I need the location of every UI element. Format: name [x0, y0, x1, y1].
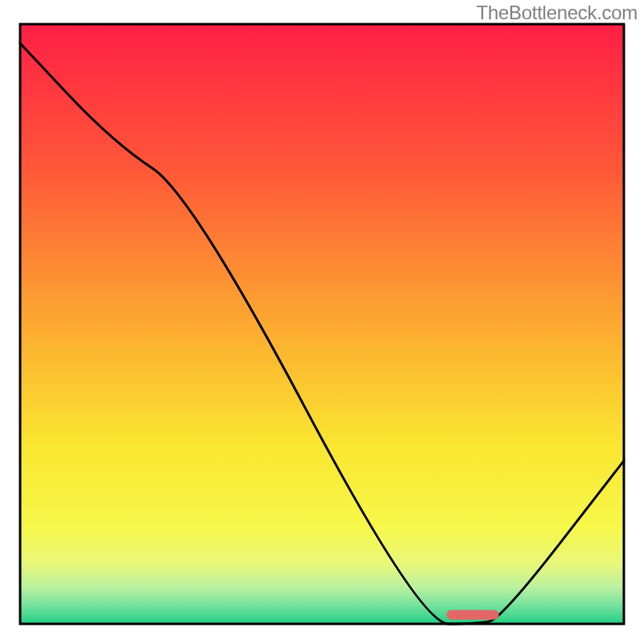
x-marker [447, 610, 499, 620]
chart-container: TheBottleneck.com [0, 0, 644, 644]
plot-background [20, 24, 624, 624]
chart-svg [0, 0, 644, 644]
watermark-text: TheBottleneck.com [477, 2, 638, 24]
